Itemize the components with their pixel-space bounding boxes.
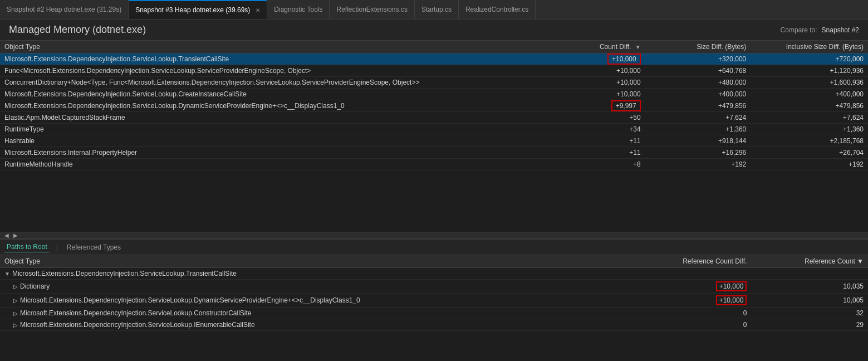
upper-row-inc-size-diff: +479,856 [751, 100, 868, 112]
tab-snap3[interactable]: Snapshot #3 Heap dotnet.exe (39.69s) ✕ [129, 0, 267, 19]
tab-paths-to-root[interactable]: Paths to Root [4, 242, 50, 252]
col-header-inc-size-diff: Inclusive Size Diff. (Bytes) [751, 41, 868, 53]
bottom-row-ref-count: 32 [751, 308, 868, 319]
bottom-row-ref-count-diff: +10,000 [605, 294, 751, 308]
count-diff-sort-icon: ▼ [635, 44, 641, 50]
bottom-row-ref-count-diff [605, 268, 751, 280]
upper-row-inc-size-diff: +26,704 [751, 147, 868, 159]
upper-row-count-diff: +9,997 [575, 100, 645, 112]
bottom-table-row[interactable]: ▷ Microsoft.Extensions.DependencyInjecti… [0, 294, 868, 308]
bottom-table-header-row: Object Type Reference Count Diff. Refere… [0, 255, 868, 268]
upper-row-inc-size-diff: +7,624 [751, 112, 868, 124]
bottom-row-object-type: ▷ Dictionary [0, 280, 605, 294]
bottom-table-row[interactable]: ▼ Microsoft.Extensions.DependencyInjecti… [0, 268, 868, 280]
page-title: Managed Memory (dotnet.exe) [9, 24, 146, 36]
bottom-row-ref-count-diff: 0 [605, 308, 751, 319]
upper-row-object-type: Func<Microsoft.Extensions.DependencyInje… [0, 65, 575, 77]
upper-row-count-diff: +50 [575, 112, 645, 124]
tab-snap3-close-icon[interactable]: ✕ [256, 7, 260, 13]
upper-row-inc-size-diff: +1,600,936 [751, 77, 868, 89]
bottom-table-row[interactable]: ▷ Dictionary+10,00010,035 [0, 280, 868, 294]
hscroll-left-icon[interactable]: ◀ [2, 232, 11, 238]
bottom-row-object-type: ▷ Microsoft.Extensions.DependencyInjecti… [0, 319, 605, 331]
tab-refl[interactable]: ReflectionExtensions.cs [330, 0, 414, 19]
tab-diag[interactable]: Diagnostic Tools [267, 0, 330, 19]
upper-row-size-diff: +400,000 [645, 89, 751, 100]
upper-row-object-type: Hashtable [0, 135, 575, 147]
upper-row-count-diff: +11 [575, 147, 645, 159]
bottom-table: Object Type Reference Count Diff. Refere… [0, 255, 868, 331]
upper-row-size-diff: +479,856 [645, 100, 751, 112]
upper-table-row[interactable]: RuntimeMethodHandle+8+192+192 [0, 159, 868, 170]
bottom-table-row[interactable]: ▷ Microsoft.Extensions.DependencyInjecti… [0, 308, 868, 319]
bottom-col-header-ref-count[interactable]: Reference Count ▼ [751, 255, 868, 268]
upper-row-object-type: Microsoft.Extensions.Internal.PropertyHe… [0, 147, 575, 159]
bottom-tab-strip: Paths to Root | Referenced Types [0, 240, 868, 255]
upper-table-row[interactable]: Hashtable+11+918,144+2,185,768 [0, 135, 868, 147]
upper-row-inc-size-diff: +1,360 [751, 124, 868, 135]
tab-snap2[interactable]: Snapshot #2 Heap dotnet.exe (31.29s) [0, 0, 129, 19]
upper-row-inc-size-diff: +2,185,768 [751, 135, 868, 147]
col-header-count-diff[interactable]: Count Diff. ▼ [575, 41, 645, 53]
upper-table-row[interactable]: Func<Microsoft.Extensions.DependencyInje… [0, 65, 868, 77]
tree-expand-icon: ▷ [13, 322, 18, 328]
upper-row-inc-size-diff: +720,000 [751, 53, 868, 65]
compare-to-label: Compare to: [781, 26, 817, 34]
upper-table-row[interactable]: Microsoft.Extensions.DependencyInjection… [0, 100, 868, 112]
bottom-panel: Paths to Root | Referenced Types Object … [0, 238, 868, 361]
bottom-row-ref-count: 10,035 [751, 280, 868, 294]
tab-realized-label: RealizedController.cs [465, 6, 528, 13]
compare-to-area: Compare to: Snapshot #2 [781, 26, 859, 34]
tab-realized[interactable]: RealizedController.cs [459, 0, 536, 19]
upper-row-object-type: Microsoft.Extensions.DependencyInjection… [0, 89, 575, 100]
tree-collapse-icon: ▼ [4, 271, 10, 277]
upper-row-inc-size-diff: +192 [751, 159, 868, 170]
tab-startup-label: Startup.cs [421, 6, 452, 13]
bottom-row-ref-count-diff: +10,000 [605, 280, 751, 294]
upper-table-row[interactable]: RuntimeType+34+1,360+1,360 [0, 124, 868, 135]
tree-expand-icon: ▷ [13, 284, 18, 290]
col-header-object-type: Object Type [0, 41, 575, 53]
upper-row-count-diff: +10,000 [575, 77, 645, 89]
tab-startup[interactable]: Startup.cs [415, 0, 459, 19]
upper-row-inc-size-diff: +1,120,936 [751, 65, 868, 77]
upper-row-size-diff: +918,144 [645, 135, 751, 147]
upper-table: Object Type Count Diff. ▼ Size Diff. (By… [0, 41, 868, 170]
upper-row-count-diff: +10,000 [575, 89, 645, 100]
hscroll-right-icon[interactable]: ▶ [11, 232, 20, 238]
tab-refl-label: ReflectionExtensions.cs [336, 6, 407, 13]
bottom-table-row[interactable]: ▷ Microsoft.Extensions.DependencyInjecti… [0, 319, 868, 331]
upper-row-inc-size-diff: +400,000 [751, 89, 868, 100]
upper-row-object-type: Microsoft.Extensions.DependencyInjection… [0, 100, 575, 112]
compare-to-value: Snapshot #2 [822, 26, 859, 34]
bottom-tab-separator: | [56, 243, 58, 251]
upper-table-row[interactable]: Elastic.Apm.Model.CapturedStackFrame+50+… [0, 112, 868, 124]
upper-row-count-diff: +34 [575, 124, 645, 135]
bottom-row-ref-count [751, 268, 868, 280]
upper-row-size-diff: +192 [645, 159, 751, 170]
bottom-row-object-type: ▼ Microsoft.Extensions.DependencyInjecti… [0, 268, 605, 280]
bottom-col-header-object-type: Object Type [0, 255, 605, 268]
upper-row-count-diff: +11 [575, 135, 645, 147]
bottom-row-ref-count: 10,005 [751, 294, 868, 308]
bottom-table-scroll[interactable]: Object Type Reference Count Diff. Refere… [0, 255, 868, 361]
ref-count-sort-icon: ▼ [857, 257, 864, 265]
tab-snap2-label: Snapshot #2 Heap dotnet.exe (31.29s) [7, 6, 121, 13]
upper-table-row[interactable]: Microsoft.Extensions.DependencyInjection… [0, 89, 868, 100]
upper-row-object-type: Elastic.Apm.Model.CapturedStackFrame [0, 112, 575, 124]
upper-row-size-diff: +1,360 [645, 124, 751, 135]
bottom-row-object-type: ▷ Microsoft.Extensions.DependencyInjecti… [0, 294, 605, 308]
tab-referenced-types[interactable]: Referenced Types [65, 242, 123, 252]
tree-expand-icon: ▷ [13, 310, 18, 316]
header: Managed Memory (dotnet.exe) Compare to: … [0, 19, 868, 41]
tree-expand-icon: ▷ [13, 297, 18, 304]
upper-row-count-diff: +10,000 [575, 53, 645, 65]
upper-row-size-diff: +640,768 [645, 65, 751, 77]
upper-table-row[interactable]: ConcurrentDictionary+Node<Type, Func<Mic… [0, 77, 868, 89]
upper-table-scroll[interactable]: Object Type Count Diff. ▼ Size Diff. (By… [0, 41, 868, 232]
upper-row-count-diff: +10,000 [575, 65, 645, 77]
bottom-col-header-ref-count-diff: Reference Count Diff. [605, 255, 751, 268]
upper-table-row[interactable]: Microsoft.Extensions.DependencyInjection… [0, 53, 868, 65]
upper-table-row[interactable]: Microsoft.Extensions.Internal.PropertyHe… [0, 147, 868, 159]
upper-table-hscroll[interactable]: ◀ ▶ [0, 232, 868, 238]
